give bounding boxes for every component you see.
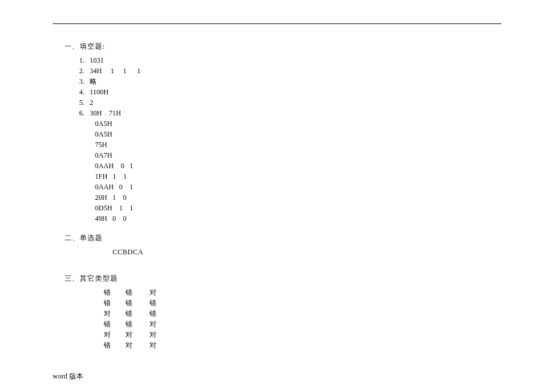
judge-row: 错 错 对 [104, 319, 501, 329]
section-3: 三、其它类型题 错 错 对 错 错 错 对 错 错 错 错 对 对 对 对 错 … [57, 274, 501, 350]
section-1-title: 一、填空题: [64, 42, 501, 52]
footer-text: word 版本 [53, 371, 83, 381]
judge-row: 对 对 对 [104, 329, 501, 340]
section-2-title: 二、单选题 [64, 233, 501, 243]
item-text: 2 [90, 98, 93, 107]
item-text: 30H 71H [90, 109, 121, 117]
list-item: 4. 1100H [79, 87, 501, 97]
sub-line: 0A5H [95, 129, 501, 139]
item-text: 1031 [90, 56, 104, 64]
item-num: 5. [79, 98, 84, 107]
item-num: 3. [79, 77, 84, 86]
sub-line: 49H 0 0 [95, 213, 501, 224]
sub-line: 0A7H [95, 150, 501, 161]
list-item: 5. 2 [79, 97, 501, 108]
sub-line: 0AAH 0 1 [95, 161, 501, 171]
top-divider [53, 23, 501, 24]
judge-row: 错 错 对 [104, 287, 501, 298]
item-text: 34H 1 1 1 [90, 67, 141, 75]
section-3-title: 三、其它类型题 [64, 274, 501, 284]
sub-line: 0D5H 1 1 [95, 203, 501, 213]
item-text: 1100H [90, 88, 108, 96]
item-num: 2. [79, 67, 84, 75]
judge-row: 对 错 错 [104, 308, 501, 319]
sub-line: 0AAH 0 1 [95, 182, 501, 192]
sub-line: 75H [95, 139, 501, 150]
document-page: 一、填空题: 1. 1031 2. 34H 1 1 1 3. 略 4. 1100… [0, 0, 554, 362]
section-2-answers: CCBDCA [113, 247, 501, 257]
item-num: 6. [79, 109, 84, 117]
list-item: 3. 略 [79, 76, 501, 87]
section-2: 二、单选题 CCBDCA [57, 233, 501, 257]
list-item: 6. 30H 71H [79, 108, 501, 118]
sub-line: 20H 1 0 [95, 192, 501, 203]
sub-line: 0A5H [95, 118, 501, 129]
list-item: 2. 34H 1 1 1 [79, 66, 501, 76]
list-item: 1. 1031 [79, 55, 501, 66]
judge-row: 错 对 对 [104, 340, 501, 350]
item-num: 4. [79, 88, 84, 96]
sub-line: 1FH 1 1 [95, 171, 501, 182]
item-num: 1. [79, 56, 84, 64]
judge-row: 错 错 错 [104, 298, 501, 308]
item-text: 略 [90, 77, 97, 86]
